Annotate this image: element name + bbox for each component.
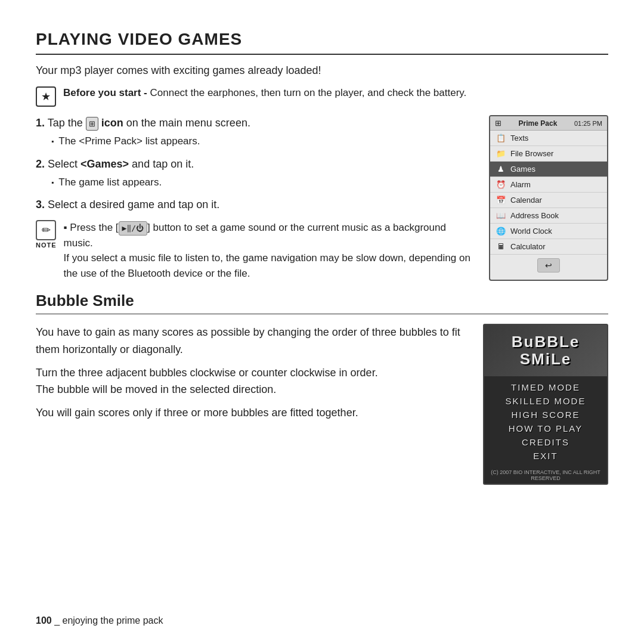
filebrowser-icon: 📁 [496,149,506,158]
addressbook-icon: 📖 [496,211,506,220]
bubble-game-menu: TIMED MODE SKILLED MODE HIGH SCORE HOW T… [484,376,607,467]
calendar-icon: 📅 [496,196,506,205]
bubble-menu-credits: CREDITS [522,437,569,447]
main-page: PLAYING VIDEO GAMES Your mp3 player come… [0,0,644,509]
bubble-menu-skilled: SKILLED MODE [506,396,586,406]
bubble-game-image: BuBBLe SMiLe TIMED MODE SKILLED MODE HIG… [483,324,608,485]
device-header-icon: ⊞ [495,119,501,128]
note-text: ▪ Press the [▶‖/⏻] button to set a game … [64,220,471,281]
device-screen: ⊞ Prime Pack 01:25 PM 📋 Texts 📁 File Bro… [489,115,608,281]
bubble-para1: You have to gain as many scores as possi… [36,324,469,358]
device-menu-alarm: ⏰ Alarm [490,177,607,193]
device-menu-addressbook: 📖 Address Book [490,208,607,224]
bubble-menu-howtoplay: HOW TO PLAY [509,423,583,434]
worldclock-icon: 🌐 [496,227,506,236]
games-icon: ♟ [496,165,506,174]
steps-and-device: 1. Tap the ⊞ icon on the main menu scree… [36,115,608,281]
section-title: PLAYING VIDEO GAMES [36,30,608,55]
bubble-para3: You will gain scores only if three or mo… [36,404,469,422]
button-icon: ▶‖/⏻ [119,221,147,236]
step-1-sub: The <Prime Pack> list appears. [51,134,471,149]
bubble-menu-exit: EXIT [533,451,558,461]
before-start-text: Before you start - Connect the earphones… [63,85,466,101]
footer: 100 _ enjoying the prime pack [36,615,163,626]
device-menu-calendar: 📅 Calendar [490,193,607,208]
bubble-copyright: (C) 2007 BIO INTERACTIVE, INC ALL RIGHT … [484,467,607,484]
calculator-icon: 🖩 [496,242,506,251]
step-1: 1. Tap the ⊞ icon on the main menu scree… [36,115,471,149]
bubble-text-column: You have to gain as many scores as possi… [36,324,469,485]
bubble-logo-text-1: BuBBLe [512,333,580,351]
pencil-icon-wrap: ✏ NOTE [36,220,57,249]
step-3: 3. Select a desired game and tap on it. [36,197,471,213]
device-back-button[interactable]: ↩ [537,258,560,273]
intro-text: Your mp3 player comes with exciting game… [36,64,608,77]
pencil-icon: ✏ [36,220,56,240]
steps-column: 1. Tap the ⊞ icon on the main menu scree… [36,115,471,281]
page-number: 100 [36,615,52,626]
bubble-content: You have to gain as many scores as possi… [36,324,608,485]
device-menu-calculator: 🖩 Calculator [490,239,607,255]
alarm-icon: ⏰ [496,180,506,189]
footer-text: _ enjoying the prime pack [54,615,163,626]
pencil-note: ✏ NOTE ▪ Press the [▶‖/⏻] button to set … [36,220,471,281]
bubble-game-logo: BuBBLe SMiLe [484,325,607,376]
note-label: NOTE [36,242,57,249]
before-start-note: ★ Before you start - Connect the earphon… [36,85,608,107]
device-header: ⊞ Prime Pack 01:25 PM [490,116,607,131]
prime-pack-icon: ⊞ [86,117,98,131]
device-menu-games: ♟ Games [490,162,607,177]
step-2: 2. Select <Games> and tap on it. The gam… [36,156,471,190]
device-header-title: Prime Pack [519,119,558,128]
subsection-title: Bubble Smile [36,292,608,314]
bubble-menu-highscore: HIGH SCORE [511,410,580,420]
device-menu-texts: 📋 Texts [490,131,607,146]
bubble-para2: Turn the three adjacent bubbles clockwis… [36,364,469,399]
device-time: 01:25 PM [574,120,602,127]
texts-icon: 📋 [496,134,506,143]
bubble-menu-timed: TIMED MODE [511,382,580,392]
device-menu-filebrowser: 📁 File Browser [490,146,607,162]
bubble-logo-text-2: SMiLe [512,351,580,368]
star-icon: ★ [36,86,56,107]
bubble-smile-section: Bubble Smile You have to gain as many sc… [36,292,608,485]
device-menu-worldclock: 🌐 World Clock [490,224,607,239]
step-2-sub: The game list appears. [51,175,471,190]
